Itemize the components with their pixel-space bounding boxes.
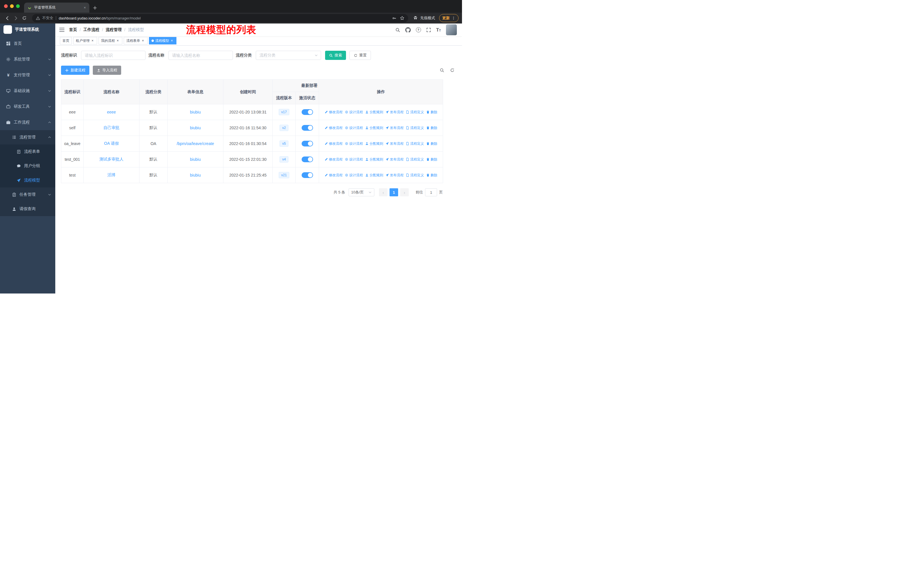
tag-home[interactable]: 首页 xyxy=(60,37,72,45)
assign-rule-link[interactable]: 分配规则 xyxy=(365,157,383,162)
design-process-link[interactable]: 设计流程 xyxy=(345,141,363,146)
form-info-link[interactable]: biubiu xyxy=(190,173,201,177)
table-search-toggle-icon[interactable] xyxy=(440,68,444,73)
kebab-menu-icon[interactable] xyxy=(452,17,455,20)
tag-my-process[interactable]: 我的流程 xyxy=(99,37,122,45)
design-process-link[interactable]: 设计流程 xyxy=(345,126,363,131)
process-definition-link[interactable]: 流程定义 xyxy=(406,126,424,131)
publish-process-link[interactable]: 发布流程 xyxy=(386,110,404,115)
process-name-link[interactable]: OA 请假 xyxy=(104,141,119,146)
search-button[interactable]: 搜索 xyxy=(325,51,346,60)
publish-process-link[interactable]: 发布流程 xyxy=(386,126,404,131)
design-process-link[interactable]: 设计流程 xyxy=(345,110,363,115)
maximize-window-button[interactable] xyxy=(16,4,20,8)
reset-button[interactable]: 重置 xyxy=(350,51,371,60)
sidebar-fold-icon[interactable] xyxy=(59,28,64,32)
breadcrumb-process-management[interactable]: 流程管理 xyxy=(106,27,122,32)
assign-rule-link[interactable]: 分配规则 xyxy=(365,173,383,178)
sidebar-item-task-management[interactable]: 任务管理 xyxy=(0,187,55,202)
minimize-window-button[interactable] xyxy=(10,4,14,8)
process-definition-link[interactable]: 流程定义 xyxy=(406,110,424,115)
delete-link[interactable]: 删除 xyxy=(426,157,437,162)
form-info-link[interactable]: biubiu xyxy=(190,157,201,162)
tag-close-icon[interactable] xyxy=(91,39,94,43)
modify-process-link[interactable]: 修改流程 xyxy=(325,141,343,146)
tag-process-form[interactable]: 流程表单 xyxy=(124,37,147,45)
modify-process-link[interactable]: 修改流程 xyxy=(325,110,343,115)
delete-link[interactable]: 删除 xyxy=(426,173,437,178)
tag-tenant-management[interactable]: 租户管理 xyxy=(73,37,97,45)
design-process-link[interactable]: 设计流程 xyxy=(345,173,363,178)
form-info-link[interactable]: biubiu xyxy=(190,110,201,114)
form-info-link[interactable]: /bpm/oa/leave/create xyxy=(177,141,214,146)
table-refresh-icon[interactable] xyxy=(450,68,455,73)
update-button[interactable]: 更新 xyxy=(439,14,459,22)
page-size-select[interactable]: 10条/页 xyxy=(348,189,375,196)
prev-page-button[interactable] xyxy=(379,189,388,196)
sidebar-item-process-model[interactable]: 流程模型 xyxy=(0,173,55,187)
modify-process-link[interactable]: 修改流程 xyxy=(325,173,343,178)
design-process-link[interactable]: 设计流程 xyxy=(345,157,363,162)
github-icon[interactable] xyxy=(405,27,411,33)
assign-rule-link[interactable]: 分配规则 xyxy=(365,141,383,146)
assign-rule-link[interactable]: 分配规则 xyxy=(365,110,383,115)
category-select[interactable]: 流程分类 xyxy=(256,51,321,60)
password-key-icon[interactable] xyxy=(392,16,396,20)
tag-process-model[interactable]: 流程模型 xyxy=(149,37,177,45)
help-icon[interactable] xyxy=(416,27,421,32)
user-avatar[interactable] xyxy=(446,24,457,35)
tag-close-icon[interactable] xyxy=(141,39,145,43)
search-icon[interactable] xyxy=(395,28,400,32)
tab-close-icon[interactable] xyxy=(82,5,87,10)
delete-link[interactable]: 删除 xyxy=(426,141,437,146)
sidebar-item-workflow[interactable]: 工作流程 xyxy=(0,114,55,130)
modify-process-link[interactable]: 修改流程 xyxy=(325,126,343,131)
new-tab-button[interactable] xyxy=(93,6,97,10)
active-toggle[interactable] xyxy=(302,125,313,131)
sidebar-item-system[interactable]: 系统管理 xyxy=(0,51,55,67)
process-name-link[interactable]: 测试多审批人 xyxy=(99,157,124,161)
sidebar-item-leave-query[interactable]: 请假查询 xyxy=(0,202,55,216)
create-process-button[interactable]: 新建流程 xyxy=(61,66,89,75)
active-toggle[interactable] xyxy=(302,109,313,115)
breadcrumb-workflow[interactable]: 工作流程 xyxy=(83,27,99,32)
publish-process-link[interactable]: 发布流程 xyxy=(386,173,404,178)
breadcrumb-home[interactable]: 首页 xyxy=(69,27,77,32)
browser-tab[interactable]: 芋道管理系统 xyxy=(24,3,89,13)
process-name-link[interactable]: 自己审批 xyxy=(103,125,119,130)
goto-page-input[interactable] xyxy=(425,189,437,196)
publish-process-link[interactable]: 发布流程 xyxy=(386,141,404,146)
sidebar-item-process-management[interactable]: 流程管理 xyxy=(0,130,55,144)
process-definition-link[interactable]: 流程定义 xyxy=(406,141,424,146)
form-info-link[interactable]: biubiu xyxy=(190,126,201,130)
process-definition-link[interactable]: 流程定义 xyxy=(406,173,424,178)
process-definition-link[interactable]: 流程定义 xyxy=(406,157,424,162)
process-name-input[interactable] xyxy=(168,51,233,60)
assign-rule-link[interactable]: 分配规则 xyxy=(365,126,383,131)
active-toggle[interactable] xyxy=(302,141,313,147)
next-page-button[interactable] xyxy=(400,189,409,196)
back-button[interactable] xyxy=(3,14,11,22)
tag-close-icon[interactable] xyxy=(170,39,174,43)
fullscreen-icon[interactable] xyxy=(426,28,431,32)
process-name-link[interactable]: eeee xyxy=(107,110,116,114)
delete-link[interactable]: 删除 xyxy=(426,110,437,115)
font-size-icon[interactable] xyxy=(436,28,441,32)
publish-process-link[interactable]: 发布流程 xyxy=(386,157,404,162)
sidebar-item-devtools[interactable]: 研发工具 xyxy=(0,99,55,114)
page-number-button[interactable]: 1 xyxy=(389,189,398,196)
reload-button[interactable] xyxy=(21,14,28,22)
delete-link[interactable]: 删除 xyxy=(426,126,437,131)
bookmark-star-icon[interactable] xyxy=(400,16,404,20)
active-toggle[interactable] xyxy=(302,157,313,162)
address-bar[interactable]: 不安全 dashboard.yudao.iocoder.cn /bpm/mana… xyxy=(32,14,408,22)
process-id-input[interactable] xyxy=(81,51,145,60)
sidebar-item-user-group[interactable]: 用户分组 xyxy=(0,159,55,173)
active-toggle[interactable] xyxy=(302,172,313,178)
modify-process-link[interactable]: 修改流程 xyxy=(325,157,343,162)
sidebar-item-infrastructure[interactable]: 基础设施 xyxy=(0,83,55,99)
sidebar-item-process-form[interactable]: 流程表单 xyxy=(0,144,55,159)
forward-button[interactable] xyxy=(12,14,20,22)
close-window-button[interactable] xyxy=(4,4,8,8)
import-process-button[interactable]: 导入流程 xyxy=(93,66,121,75)
